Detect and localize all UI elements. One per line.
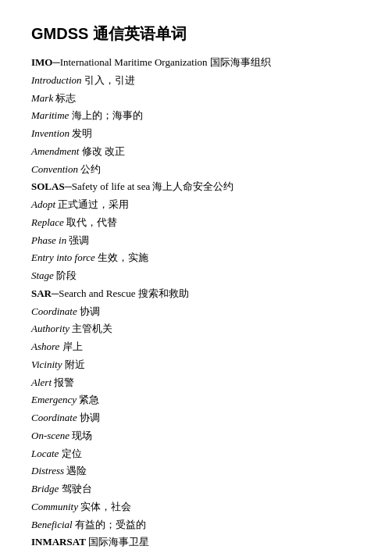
zh-translation: 报警 [54,376,74,388]
connector: ─ [52,287,59,299]
list-item: Vicinity 附近 [31,356,361,374]
list-item: Entry into force 生效，实施 [31,249,361,267]
en-term: Distress [31,465,64,476]
en-term: Replace [31,216,64,228]
en-term: SAR [31,287,52,299]
zh-translation: 国际海事组织 [210,56,271,68]
zh-translation: 修改 改正 [82,145,125,157]
en-term: On-scene [31,430,69,441]
list-item: Community 实体，社会 [31,498,361,516]
list-item: Invention 发明 [31,125,361,143]
list-item: SAR─Search and Rescue 搜索和救助 [31,285,361,303]
list-item: Convention 公约 [31,161,361,179]
list-item: Stage 阶段 [31,267,361,285]
vocab-list: IMO─International Maritime Organization … [31,54,361,553]
connector: ─ [52,56,59,68]
en-term: Bridge [31,483,59,494]
zh-translation: 公约 [80,163,101,175]
page-title: GMDSS 通信英语单词 [31,23,361,45]
zh-translation: 正式通过，采用 [58,198,129,210]
list-item: Replace 取代，代替 [31,214,361,232]
list-item: Maritime 海上的；海事的 [31,107,361,125]
zh-translation: 附近 [65,359,85,370]
zh-translation: 阶段 [56,269,77,281]
en-term: Beneficial [31,519,73,530]
en-term: Ashore [31,341,59,352]
zh-translation: 主管机关 [72,323,112,334]
list-item: Authority 主管机关 [31,320,361,338]
zh-translation: 协调 [80,305,100,317]
en-term: Authority [31,323,69,334]
zh-translation: 搜索和救助 [138,287,189,299]
en-term: INMARSAT [31,536,86,548]
zh-translation: 有益的；受益的 [75,519,146,530]
zh-translation: 实体，社会 [80,501,131,512]
list-item: Locate 定位 [31,445,361,463]
list-item: Emergency 紧急 [31,391,361,409]
en-term: IMO [31,56,52,68]
zh-translation: 定位 [62,448,82,459]
en-term: Vicinity [31,359,62,370]
connector: ─ [65,180,72,192]
zh-translation: 驾驶台 [62,483,92,494]
en-term: Locate [31,448,59,459]
en-term: Coordinate [31,305,77,317]
en-expansion: International Maritime Organization [60,56,208,68]
en-term: Amendment [31,145,79,157]
list-item: Coordinate 协调 [31,409,361,427]
list-item: Amendment 修改 改正 [31,143,361,161]
zh-translation: 强调 [69,234,89,246]
en-term: SOLAS [31,180,65,192]
en-expansion: Search and Rescue [59,287,135,299]
zh-translation: 发明 [72,127,92,139]
zh-translation: 取代，代替 [66,216,117,228]
en-term: Stage [31,269,54,281]
list-item: Phase in 强调 [31,232,361,250]
en-term: Coordinate [31,412,77,423]
list-item: INMARSAT 国际海事卫星 [31,533,361,551]
zh-translation: 遇险 [66,465,87,476]
list-item: Coordinate 协调 [31,303,361,321]
en-term: Community [31,501,78,512]
en-term: Emergency [31,394,77,405]
list-item: Ashore 岸上 [31,338,361,356]
en-expansion: Safety of life at sea [72,180,150,192]
list-item: Bridge 驾驶台 [31,480,361,498]
list-item: Beneficial 有益的；受益的 [31,516,361,534]
en-term: Alert [31,376,52,388]
list-item: Distress 遇险 [31,462,361,480]
list-item: Adopt 正式通过，采用 [31,196,361,214]
en-term: Maritime [31,109,69,121]
list-item: IMO─International Maritime Organization … [31,54,361,72]
zh-translation: 海上人命安全公约 [152,180,233,192]
zh-translation: 海上的；海事的 [72,109,143,121]
list-item: Introduction 引入，引进 [31,72,361,90]
zh-translation: 协调 [80,412,100,423]
list-item: Mark 标志 [31,90,361,108]
en-term: Phase in [31,234,66,246]
en-term: Entry into force [31,252,95,263]
zh-translation: 岸上 [62,341,83,352]
zh-translation: 引入，引进 [84,74,135,86]
en-term: Convention [31,163,78,175]
zh-translation: 国际海事卫星 [88,536,149,548]
en-term: Invention [31,127,69,139]
en-term: Mark [31,92,53,104]
zh-translation: 标志 [55,92,76,104]
en-term: Adopt [31,198,55,210]
zh-translation: 现场 [72,430,92,441]
list-item: Alert 报警 [31,374,361,392]
zh-translation: 生效，实施 [98,252,148,263]
list-item: On-scene 现场 [31,427,361,445]
en-term: Introduction [31,74,82,86]
list-item: SOLAS─Safety of life at sea 海上人命安全公约 [31,178,361,196]
zh-translation: 紧急 [79,394,99,405]
